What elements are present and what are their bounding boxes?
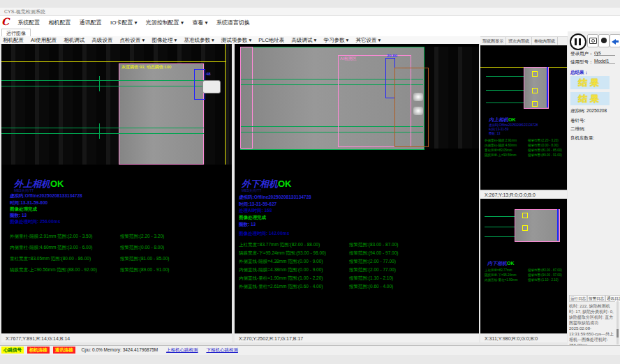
login-user-label: 登录用户：	[570, 51, 593, 57]
tab-shift-defects[interactable]: 班次内瑕疵	[506, 37, 532, 45]
tool-advanced-settings[interactable]: 高级设置	[89, 36, 115, 44]
tool-test-params[interactable]: 测试项参数 ▾	[219, 36, 254, 44]
time-line: 时间:13-31-59-600	[10, 200, 47, 206]
process-done-line: 图像处理完成	[239, 215, 266, 221]
tool-camera-config[interactable]: 相机配置	[0, 36, 27, 44]
tab-defect-image[interactable]: 瑕疵图显示	[480, 37, 506, 45]
camera-view-outer-bottom[interactable]: AI检测区 20.80 外下相机OK MES关闭/TT 虚拟码:Offline2…	[235, 44, 479, 333]
measure-value: 外侧直线-量柱=2.61mm 范围:(0.60 - 4.00)	[239, 284, 323, 289]
overlay-blue-value: 48	[206, 72, 211, 76]
model-label: 使用型号：	[570, 59, 593, 66]
result-box-top: 结果	[570, 76, 610, 89]
overlay-ai-label: AI检测区	[340, 56, 357, 62]
alarm-range: 报警范围:(89.00 - 91.00)	[528, 153, 562, 157]
camera-image-mid: AI检测区 20.80	[235, 44, 479, 150]
camera-view-inner-top[interactable]: 内上相机OK 虚拟码:Offline20250208133134728 时间:1…	[480, 45, 567, 190]
measure-value: 量柱宽度=83.05mm 范围:(80.00 - 86.00)	[10, 256, 91, 261]
measure-row: 内侧量柱-隔膜:4.60mm报警范围:(0.00 - 8.00)	[485, 144, 566, 147]
overlay-green-line	[1, 128, 204, 128]
camera-image-left: 灰度阈值:93, 动态阈值:100 48	[1, 44, 232, 165]
measure-row: 内侧直线-隔膜=4.38mm 范围:(0.00 - 9.00)报警范围:(2.0…	[239, 267, 476, 273]
measure-row: 隔膜宽度-上=90.56mm报警范围:(89.00 - 91.00)	[485, 153, 566, 157]
tool-spot-check[interactable]: 点检设置 ▾	[117, 36, 147, 44]
camera-name: 外下相机	[242, 179, 278, 189]
menu-item-camera-config[interactable]: 相机配置	[45, 16, 74, 26]
overlay-tab-connector	[202, 80, 221, 93]
measure-value: 外侧量柱-隔膜:2.91mm 范围:(2.00 - 3.50)	[10, 234, 92, 238]
alarm-range: 报警范围:(89.00 - 91.00)	[120, 267, 169, 273]
tool-learning-params[interactable]: 学习参数 ▾	[320, 36, 351, 44]
menu-item-system-config[interactable]: 系统配置	[14, 16, 43, 26]
tool-other-settings[interactable]: 其它设置 ▾	[353, 36, 383, 44]
measure-row: 量柱宽度=83.05mm 范围:(80.00 - 86.00)报警范围:(81.…	[10, 256, 226, 262]
measure-value: 内侧直线-量柱=1.90mm 范围:(1.00 - 2.20)	[239, 275, 323, 280]
log-scrollbar[interactable]	[617, 301, 619, 344]
tab-run-image[interactable]: 运行图像	[1, 29, 31, 36]
overlay-blue-edge	[547, 67, 548, 107]
tab-winding-defects[interactable]: 卷绕内瑕疵	[532, 37, 558, 45]
camera-name: 外上相机	[14, 179, 50, 189]
overlay-green-line	[485, 216, 515, 217]
alarm-range: 报警范围:(0.00 - 8.00)	[120, 245, 164, 251]
menu-item-view[interactable]: 查看 ▾	[189, 16, 211, 26]
total-result-label: 总结果：	[570, 70, 589, 76]
camera-view-inner-bottom[interactable]: 内下相机OK 上柱宽度=83.77mm报警范围:(83.00 - 87.00) …	[480, 199, 567, 333]
tool-advanced-debug[interactable]: 高级调试 ▾	[288, 36, 319, 44]
top-camera-heartbeat-link[interactable]: 上相机心跳检测	[166, 346, 198, 354]
menu-item-io-config[interactable]: IO卡配置 ▾	[107, 16, 141, 26]
overlay-pink-strip	[240, 47, 253, 149]
virtual-code-line: 虚拟码:Offline20250208133134728	[239, 195, 311, 201]
pixel-status-bar-inner-bottom: X:311;Y:980;R:0;G:0;B:0	[480, 333, 567, 342]
measure-value: 隔膜宽度-上=90.56mm 范围:(88.00 - 92.00)	[10, 267, 97, 272]
tool-image-processing[interactable]: 图像处理 ▾	[149, 36, 179, 44]
virtual-code-line: 虚拟码:Offline20250208133134728	[10, 193, 82, 199]
tool-plc-table[interactable]: PLC地址表	[256, 36, 287, 44]
camera-result-ok: OK	[507, 261, 515, 266]
overlay-yellow-marker	[532, 88, 538, 93]
measure-row: 外侧直线-隔膜=4.38mm 范围:(0.00 - 9.00)报警范围:(2.0…	[239, 259, 476, 265]
overlay-blue-rect	[385, 58, 395, 98]
bottom-camera-heartbeat-link[interactable]: 下相机心跳检测	[206, 346, 238, 354]
result-box-bottom: 结果	[570, 92, 610, 105]
model-value: Model1	[594, 59, 615, 64]
alarm-range: 报警范围:(81.00 - 85.00)	[120, 256, 169, 262]
overlay-green-line	[485, 236, 515, 237]
control-panel: 登录用户： cys 使用型号： Model1 总结果： 结果 结果 虚拟码: 2…	[568, 31, 620, 354]
menu-item-language[interactable]: 系统语言切换	[213, 16, 253, 26]
camera-snapshot-button[interactable]	[587, 34, 598, 47]
alarm-range: 报警范围:(0.60 - 4.00)	[349, 284, 393, 290]
log-text: 机时: 222, 缺陷检测机时: 17, 缺陷分类机时: 0, 缺陷提取分区机时…	[569, 301, 615, 345]
overlay-yellow-marker	[522, 225, 528, 231]
alarm-range: 报警范围:(1.10 - 2.10)	[528, 278, 559, 282]
menu-item-comm-config[interactable]: 通讯配置	[76, 16, 105, 26]
measure-value: 内侧量柱-隔膜:4.60mm 范围:(3.00 - 6.00)	[10, 245, 92, 250]
overlay-green-tick	[99, 123, 100, 139]
alarm-range: 报警范围:(94.00 - 97.00)	[349, 250, 398, 257]
camera-view-outer-top[interactable]: 灰度阈值:93, 动态阈值:100 48 外上相机OK MES关闭/TT 虚拟码…	[1, 44, 232, 333]
process-done-line: 图像处理完成	[10, 206, 37, 213]
power-button[interactable]	[598, 34, 610, 47]
overlay-orange-rect	[394, 68, 429, 147]
pixel-status-bar-inner-top: X:267;Y:13;R:0;G:0;B:0	[480, 190, 567, 199]
measure-value: 上柱宽度=83.77mm	[485, 268, 512, 272]
pause-button[interactable]	[570, 33, 586, 50]
overlay-green-line	[485, 227, 515, 227]
camera-result-title: 内上相机OK	[489, 116, 516, 123]
process-time-line: 图像处理时间: 256.00ms	[10, 219, 60, 225]
window-status-bar: 心跳信号 相机连接 通讯连接 Cpu: 0.0% Memory: 3424.41…	[0, 345, 620, 355]
exit-button[interactable]	[610, 34, 620, 47]
mes-status-label: MES关闭/TT	[14, 188, 34, 192]
tool-camera-debug[interactable]: 相机调试	[61, 36, 87, 44]
measure-row: 隔膜宽度-下=95.24mm 范围:(93.00 - 98.00)报警范围:(9…	[239, 250, 476, 257]
alarm-range: 报警范围:(2.00 - 77.00)	[349, 259, 396, 265]
camera-connection-badge: 相机连接	[27, 347, 50, 354]
pixel-status-bar-mid: X:270;Y:2502;R:17;G:17;B:17	[235, 333, 479, 342]
tool-baseline-params[interactable]: 基准线参数 ▾	[181, 36, 216, 44]
tool-ai-config[interactable]: AI使用配置	[28, 36, 59, 44]
overlay-yellow-vline	[225, 44, 226, 165]
measure-value: 量柱宽度=83.05mm	[485, 149, 512, 152]
menu-item-light-config[interactable]: 光源控制配置 ▾	[142, 16, 187, 26]
overlay-white-blob	[413, 93, 423, 101]
scrollbar-thumb[interactable]	[617, 329, 619, 338]
camera-result-ok: OK	[508, 117, 516, 122]
